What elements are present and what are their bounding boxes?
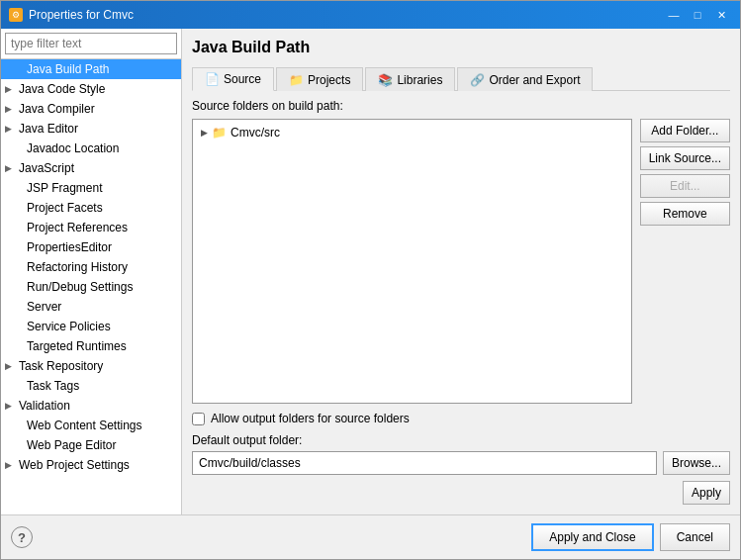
tree-item-label: Cmvc/src — [231, 126, 280, 140]
maximize-button[interactable]: □ — [687, 6, 708, 24]
projects-tab-label: Projects — [308, 73, 350, 87]
sidebar-item-label: Web Project Settings — [19, 458, 130, 472]
sidebar-item-java-build-path[interactable]: Java Build Path — [1, 59, 181, 79]
sidebar-item-server[interactable]: Server — [1, 297, 181, 317]
expand-arrow-icon: ▶ — [5, 401, 15, 411]
remove-button[interactable]: Remove — [640, 202, 730, 226]
sidebar: Java Build Path▶Java Code Style▶Java Com… — [1, 29, 182, 514]
sidebar-item-project-references[interactable]: Project References — [1, 218, 181, 237]
title-buttons: — □ ✕ — [663, 6, 732, 24]
window-body: Java Build Path▶Java Code Style▶Java Com… — [1, 29, 740, 559]
footer-right: Apply and Close Cancel — [531, 523, 730, 551]
sidebar-item-refactoring-history[interactable]: Refactoring History — [1, 257, 181, 277]
window-icon: ⚙ — [9, 8, 23, 22]
browse-button[interactable]: Browse... — [663, 451, 730, 475]
sidebar-item-label: Validation — [19, 399, 70, 413]
libraries-tab-label: Libraries — [397, 73, 442, 87]
tab-order-export[interactable]: 🔗Order and Export — [457, 67, 593, 91]
expand-arrow-icon: ▶ — [5, 124, 15, 134]
projects-tab-icon: 📁 — [289, 73, 304, 87]
cancel-button[interactable]: Cancel — [660, 523, 730, 551]
output-folder-input[interactable] — [192, 451, 657, 475]
sidebar-item-javadoc-location[interactable]: Javadoc Location — [1, 139, 181, 158]
order-export-tab-label: Order and Export — [489, 73, 580, 87]
panel-title: Java Build Path — [192, 39, 730, 56]
sidebar-item-run-debug-settings[interactable]: Run/Debug Settings — [1, 277, 181, 297]
footer: ? Apply and Close Cancel — [1, 514, 740, 559]
folder-icon: 📁 — [212, 126, 227, 140]
tab-projects[interactable]: 📁Projects — [276, 67, 363, 91]
sidebar-item-web-page-editor[interactable]: Web Page Editor — [1, 435, 181, 455]
apply-close-button[interactable]: Apply and Close — [531, 523, 653, 551]
source-panel: ▶ 📁 Cmvc/src Add Folder... Link Source..… — [192, 119, 730, 404]
source-tree[interactable]: ▶ 📁 Cmvc/src — [192, 119, 632, 404]
sidebar-item-label: Java Editor — [19, 122, 78, 136]
sidebar-item-task-repository[interactable]: ▶Task Repository — [1, 356, 181, 376]
action-buttons: Add Folder... Link Source... Edit... Rem… — [640, 119, 730, 404]
source-folders-label: Source folders on build path: — [192, 99, 730, 113]
sidebar-item-jsp-fragment[interactable]: JSP Fragment — [1, 178, 181, 198]
footer-left: ? — [11, 526, 33, 548]
sidebar-item-properties-editor[interactable]: PropertiesEditor — [1, 237, 181, 257]
help-button[interactable]: ? — [11, 526, 33, 548]
sidebar-item-java-code-style[interactable]: ▶Java Code Style — [1, 79, 181, 99]
sidebar-item-label: PropertiesEditor — [27, 240, 112, 254]
output-folder-label: Default output folder: — [192, 433, 730, 447]
link-source-button[interactable]: Link Source... — [640, 146, 730, 170]
minimize-button[interactable]: — — [663, 6, 685, 24]
checkbox-row: Allow output folders for source folders — [192, 412, 730, 425]
sidebar-item-label: JSP Fragment — [27, 181, 102, 195]
sidebar-item-project-facets[interactable]: Project Facets — [1, 198, 181, 218]
sidebar-item-web-project-settings[interactable]: ▶Web Project Settings — [1, 455, 181, 475]
sidebar-item-label: Java Code Style — [19, 82, 105, 96]
tab-libraries[interactable]: 📚Libraries — [365, 67, 455, 91]
apply-button-panel: Apply — [192, 481, 730, 505]
order-export-tab-icon: 🔗 — [470, 73, 485, 87]
add-folder-button[interactable]: Add Folder... — [640, 119, 730, 142]
allow-output-checkbox[interactable] — [192, 413, 205, 425]
close-button[interactable]: ✕ — [710, 6, 732, 24]
sidebar-item-label: Web Page Editor — [27, 438, 117, 452]
expand-arrow-icon: ▶ — [5, 84, 15, 94]
sidebar-item-label: Run/Debug Settings — [27, 280, 133, 294]
sidebar-item-javascript[interactable]: ▶JavaScript — [1, 158, 181, 178]
sidebar-item-label: Web Content Settings — [27, 419, 142, 432]
sidebar-item-label: Refactoring History — [27, 260, 128, 274]
filter-box — [1, 29, 181, 59]
tree-item-cmvc-src[interactable]: ▶ 📁 Cmvc/src — [197, 124, 627, 141]
filter-input[interactable] — [5, 33, 177, 54]
edit-button[interactable]: Edit... — [640, 174, 730, 198]
sidebar-list[interactable]: Java Build Path▶Java Code Style▶Java Com… — [1, 59, 181, 514]
sidebar-item-label: JavaScript — [19, 161, 74, 175]
expand-arrow-icon: ▶ — [5, 460, 15, 470]
sidebar-item-validation[interactable]: ▶Validation — [1, 396, 181, 416]
title-bar: ⚙ Properties for Cmvc — □ ✕ — [1, 1, 740, 29]
sidebar-item-label: Service Policies — [27, 320, 111, 333]
tree-arrow-icon: ▶ — [201, 128, 208, 138]
sidebar-item-label: Project References — [27, 221, 128, 234]
output-row: Browse... — [192, 451, 730, 475]
libraries-tab-icon: 📚 — [378, 73, 393, 87]
sidebar-item-label: Task Repository — [19, 359, 103, 373]
sidebar-item-label: Targeted Runtimes — [27, 339, 127, 353]
right-panel: Java Build Path 📄Source📁Projects📚Librari… — [182, 29, 740, 514]
sidebar-item-label: Java Build Path — [27, 62, 109, 76]
bottom-section: Allow output folders for source folders … — [192, 412, 730, 475]
sidebar-item-targeted-runtimes[interactable]: Targeted Runtimes — [1, 336, 181, 356]
allow-output-label: Allow output folders for source folders — [211, 412, 410, 425]
source-tab-label: Source — [224, 72, 261, 86]
sidebar-item-java-compiler[interactable]: ▶Java Compiler — [1, 99, 181, 119]
sidebar-item-label: Java Compiler — [19, 102, 95, 116]
sidebar-item-task-tags[interactable]: Task Tags — [1, 376, 181, 396]
sidebar-item-service-policies[interactable]: Service Policies — [1, 317, 181, 336]
sidebar-item-label: Server — [27, 300, 61, 314]
window-title: Properties for Cmvc — [29, 8, 134, 22]
apply-button[interactable]: Apply — [683, 481, 730, 505]
tab-source[interactable]: 📄Source — [192, 67, 274, 91]
sidebar-item-web-content-settings[interactable]: Web Content Settings — [1, 416, 181, 435]
sidebar-item-java-editor[interactable]: ▶Java Editor — [1, 119, 181, 139]
tab-bar: 📄Source📁Projects📚Libraries🔗Order and Exp… — [192, 66, 730, 91]
title-bar-left: ⚙ Properties for Cmvc — [9, 8, 134, 22]
main-window: ⚙ Properties for Cmvc — □ ✕ Java Build P… — [0, 0, 741, 560]
expand-arrow-icon: ▶ — [5, 104, 15, 114]
